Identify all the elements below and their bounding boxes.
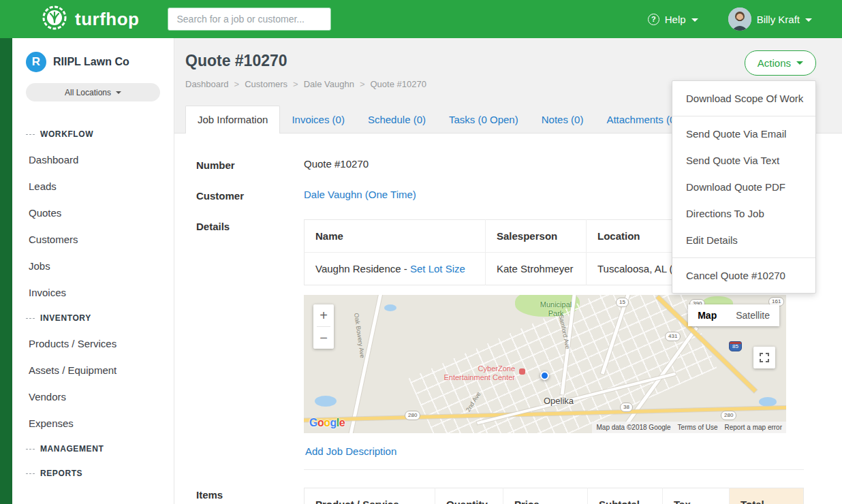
fullscreen-button[interactable] <box>753 347 775 368</box>
section-title: REPORTS <box>40 469 82 478</box>
menu-item-download-quote-pdf[interactable]: Download Quote PDF <box>672 174 815 200</box>
section-title: MANAGEMENT <box>40 444 104 454</box>
water-area <box>384 304 396 311</box>
sidebar-item-vendors[interactable]: Vendors <box>12 383 174 410</box>
map-attribution: Map data ©2018 Google Terms of Use Repor… <box>592 422 786 433</box>
customer-label: Customer <box>196 189 304 202</box>
sidebar-item-invoices[interactable]: Invoices <box>12 279 174 306</box>
sidebar-item-assets-equipment[interactable]: Assets / Equipment <box>12 357 174 383</box>
salesperson-value: Kate Strohmeyer <box>486 253 587 285</box>
section-title: INVENTORY <box>40 313 91 323</box>
page-title: Quote #10270 <box>185 52 831 70</box>
sidebar-item-quotes[interactable]: Quotes <box>12 200 174 226</box>
menu-item-download-scope[interactable]: Download Scope Of Work <box>672 85 815 112</box>
col-tax: Tax <box>663 488 730 504</box>
location-marker <box>540 371 549 380</box>
sidebar-item-leads[interactable]: Leads <box>12 173 174 200</box>
breadcrumb-separator: > <box>360 79 365 89</box>
help-menu[interactable]: ? Help <box>648 14 698 25</box>
left-rail <box>0 38 12 504</box>
help-label: Help <box>665 14 686 25</box>
global-search <box>168 7 331 31</box>
sidebar-nav: WORKFLOW Dashboard Leads Quotes Customer… <box>12 122 174 486</box>
col-total: Total <box>730 488 804 504</box>
company-logo-icon: R <box>26 52 46 72</box>
menu-item-send-quote-email[interactable]: Send Quote Via Email <box>672 121 815 147</box>
menu-item-directions-to-job[interactable]: Directions To Job <box>672 200 815 227</box>
chevron-down-icon <box>116 91 121 94</box>
tab-notes[interactable]: Notes (0) <box>530 106 595 133</box>
sidebar-item-expenses[interactable]: Expenses <box>12 410 174 437</box>
city-label: Opelika <box>544 396 574 406</box>
set-lot-size-link[interactable]: Set Lot Size <box>410 263 465 274</box>
customer-type-link[interactable]: (One Time) <box>365 189 416 200</box>
tab-schedule[interactable]: Schedule (0) <box>356 106 437 133</box>
map-type-satellite-button[interactable]: Satellite <box>726 304 779 326</box>
topbar: turfhop ? Help Billy Kraft <box>0 0 842 38</box>
google-logo[interactable]: Google <box>309 417 345 429</box>
col-salesperson: Salesperson <box>486 220 587 253</box>
items-header-row: Product / Service Quantity Price Subtota… <box>305 488 804 504</box>
add-job-description-link[interactable]: Add Job Description <box>305 445 396 457</box>
menu-item-send-quote-text[interactable]: Send Quote Via Text <box>672 147 815 174</box>
company-header[interactable]: R RIIPL Lawn Co <box>12 38 174 72</box>
sidebar-item-jobs[interactable]: Jobs <box>12 253 174 279</box>
avatar <box>728 7 751 31</box>
actions-button[interactable]: Actions <box>745 50 816 76</box>
chevron-down-icon <box>805 18 812 22</box>
zoom-in-button[interactable]: + <box>313 304 334 326</box>
col-quantity: Quantity <box>435 488 503 504</box>
breadcrumb-dashboard[interactable]: Dashboard <box>185 79 229 89</box>
tree-connector-icon <box>26 318 35 319</box>
fullscreen-icon <box>760 353 769 362</box>
nav-section-inventory: INVENTORY <box>12 306 174 330</box>
brand[interactable]: turfhop <box>41 4 139 34</box>
main-content: Quote #10270 Dashboard > Customers > Dal… <box>174 38 842 504</box>
menu-item-cancel-quote[interactable]: Cancel Quote #10270 <box>672 262 815 289</box>
section-divider <box>304 469 804 470</box>
user-menu[interactable]: Billy Kraft <box>728 7 812 31</box>
route-shield-431: 431 <box>665 332 681 341</box>
nav-section-reports[interactable]: REPORTS <box>12 461 174 486</box>
locations-selector[interactable]: All Locations <box>26 83 160 101</box>
zoom-out-button[interactable]: − <box>313 327 334 349</box>
tab-tasks[interactable]: Tasks (0 Open) <box>437 106 530 133</box>
tree-connector-icon <box>26 473 35 474</box>
breadcrumb-customers[interactable]: Customers <box>245 79 287 89</box>
col-subtotal: Subtotal <box>588 488 663 504</box>
report-map-error-link[interactable]: Report a map error <box>725 424 782 431</box>
help-icon: ? <box>648 14 659 25</box>
items-label: Items <box>196 488 304 504</box>
locations-label: All Locations <box>65 88 111 97</box>
route-shield-280: 280 <box>721 411 736 420</box>
breadcrumb-customer-name[interactable]: Dale Vaughn <box>304 79 354 89</box>
tab-invoices[interactable]: Invoices (0) <box>280 106 356 133</box>
tree-connector-icon <box>26 134 35 135</box>
route-shield-38: 38 <box>620 403 633 412</box>
turfhop-logo-icon <box>41 4 68 34</box>
breadcrumb-separator: > <box>234 79 240 89</box>
poi-label-line1: CyberZone <box>426 364 515 373</box>
map-type-map-button[interactable]: Map <box>688 304 726 326</box>
sidebar-item-dashboard[interactable]: Dashboard <box>12 146 174 173</box>
map-data-credit: Map data ©2018 Google <box>596 424 670 431</box>
water-area <box>315 396 337 407</box>
route-shield-280: 280 <box>405 411 420 420</box>
interstate-shield-85: 85 <box>729 341 742 351</box>
zoom-control: + − <box>313 304 334 349</box>
tab-job-information[interactable]: Job Information <box>185 106 280 133</box>
chevron-down-icon <box>691 18 698 22</box>
search-input[interactable] <box>168 7 331 31</box>
sidebar-item-customers[interactable]: Customers <box>12 226 174 253</box>
items-row: Items Product / Service Quantity Price S… <box>196 488 831 504</box>
sidebar: R RIIPL Lawn Co All Locations WORKFLOW D… <box>12 38 174 504</box>
sidebar-item-products-services[interactable]: Products / Services <box>12 330 174 357</box>
customer-link[interactable]: Dale Vaughn <box>304 189 362 200</box>
actions-menu: Download Scope Of Work Send Quote Via Em… <box>672 80 816 294</box>
terms-of-use-link[interactable]: Terms of Use <box>678 424 718 431</box>
nav-section-management[interactable]: MANAGEMENT <box>12 437 174 461</box>
details-label: Details <box>196 219 304 470</box>
menu-item-edit-details[interactable]: Edit Details <box>672 227 815 253</box>
job-location-map[interactable]: Municipal Park CyberZone Entertainment C… <box>304 295 786 433</box>
col-price: Price <box>503 488 588 504</box>
